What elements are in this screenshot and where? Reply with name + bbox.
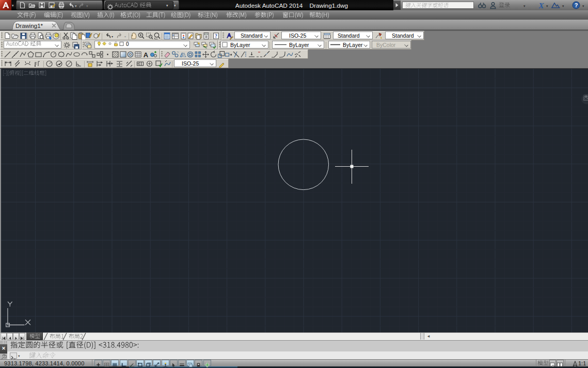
svg-text:?: ? <box>215 33 217 39</box>
svg-text:X: X <box>538 2 544 10</box>
svg-text:?: ? <box>575 2 578 8</box>
svg-text:A: A <box>144 51 149 59</box>
svg-text:0: 0 <box>126 41 129 47</box>
svg-text:Drawing1*: Drawing1* <box>15 23 43 29</box>
